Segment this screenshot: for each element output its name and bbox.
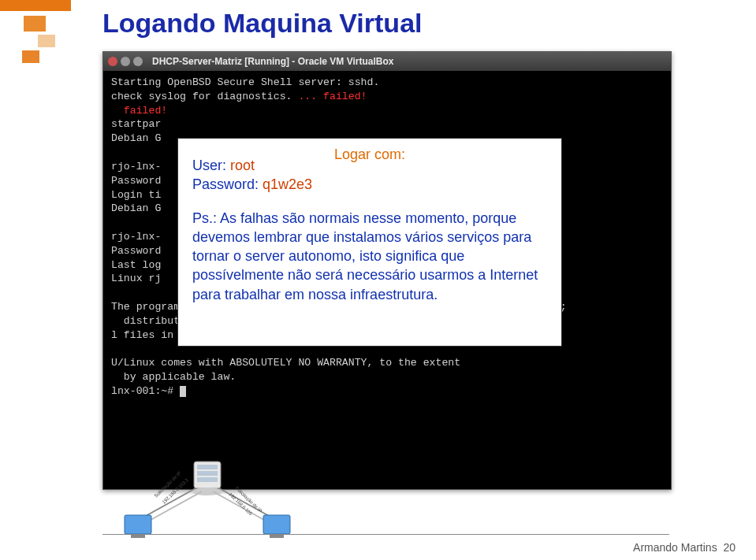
slide-accent-box — [22, 50, 39, 63]
terminal-line: Password — [111, 245, 161, 257]
terminal-failed-text: ... failed! — [298, 91, 367, 102]
svg-rect-1 — [197, 465, 218, 469]
terminal-line: rjo-lnx- — [111, 231, 161, 243]
terminal-line: Login ti — [111, 189, 161, 201]
terminal-prompt: lnx-001:~# — [111, 385, 180, 397]
login-instructions-box: Logar com: User: root Password: q1w2e3 P… — [177, 138, 562, 347]
slide-accent-box — [24, 16, 46, 32]
network-diagram: Solicitação de IP 192.168.0.103.3 Solici… — [109, 457, 306, 536]
network-diagram-svg: Solicitação de IP 192.168.0.103.3 Solici… — [109, 457, 306, 543]
terminal-line: Debian G — [111, 202, 161, 214]
footer-page: 20 — [723, 541, 736, 554]
terminal-line: Starting OpenBSD Secure Shell server: ss… — [111, 76, 379, 88]
server-icon — [192, 462, 223, 495]
terminal-line: by applicable law. — [111, 371, 236, 383]
link-ip: 192.168.0.105 — [228, 491, 253, 516]
terminal-line: rjo-lnx- — [111, 161, 161, 172]
svg-rect-7 — [263, 515, 290, 534]
password-value: q1w2e3 — [263, 176, 312, 192]
slide-title: Logando Maquina Virtual — [102, 8, 423, 39]
svg-rect-5 — [125, 515, 151, 534]
terminal-line: check syslog for diagnostics. — [111, 91, 298, 102]
minimize-icon[interactable] — [121, 57, 130, 66]
svg-rect-2 — [197, 471, 218, 476]
slide-accent-bar — [0, 0, 71, 11]
terminal-line: Password — [111, 175, 161, 187]
terminal-line — [111, 105, 124, 117]
terminal-failed-text: failed! — [124, 105, 167, 117]
terminal-line: startpar — [111, 118, 161, 130]
slide-footer: Armando Martins 20 — [633, 541, 736, 554]
footer-divider — [102, 534, 669, 535]
terminal-line: Linux rj — [111, 273, 161, 284]
password-label: Password: — [192, 176, 263, 192]
maximize-icon[interactable] — [133, 57, 143, 66]
slide-accent-box — [38, 35, 55, 47]
window-title: DHCP-Server-Matriz [Running] - Oracle VM… — [152, 56, 394, 67]
svg-rect-3 — [197, 477, 218, 482]
terminal-line: Last log — [111, 259, 161, 271]
cursor-icon — [180, 386, 186, 397]
login-note: Ps.: As falhas são normais nesse momento… — [192, 209, 547, 304]
terminal-line: Debian G — [111, 132, 161, 144]
terminal-line: U/Linux comes with ABSOLUTELY NO WARRANT… — [111, 357, 460, 369]
close-icon[interactable] — [108, 57, 117, 66]
window-titlebar[interactable]: DHCP-Server-Matriz [Running] - Oracle VM… — [103, 52, 671, 71]
footer-author: Armando Martins — [633, 541, 717, 554]
login-heading: Logar com: — [178, 146, 561, 163]
